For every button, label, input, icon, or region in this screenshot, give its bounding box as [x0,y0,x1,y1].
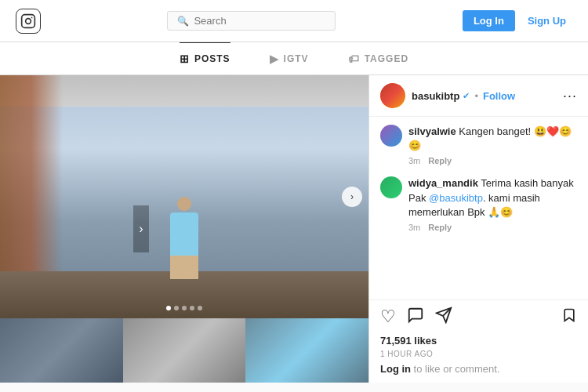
login-button[interactable]: Log In [463,10,515,31]
actions-row: ♡ [369,299,588,383]
username: basukibtp [412,90,459,102]
header: 🔍 Log In Sign Up [0,0,588,42]
action-icons-left: ♡ [380,307,452,328]
post-header: basukibtp ✔ • Follow ··· [369,75,588,117]
likes-count: 71,591 likes [380,335,577,347]
login-prompt-suffix: to like or comment. [411,363,499,375]
comment-content-1: silvyalwie Kangen banget! 😃❤️😊 😊 3m Repl… [408,125,577,165]
thumbnail-row [0,318,368,383]
post-main-image: › [0,75,368,318]
comment-time-1: 3m [408,156,420,165]
comment-reply-2[interactable]: Reply [428,223,452,232]
page-next-arrow[interactable]: › [133,205,149,252]
posts-icon: ⊞ [180,53,190,65]
tab-tagged[interactable]: 🏷 TAGGED [348,42,408,74]
tab-posts-label: POSTS [194,53,230,64]
instagram-logo [16,9,41,34]
login-prompt: Log in to like or comment. [380,363,577,378]
svg-rect-0 [22,14,35,27]
avatar [380,83,405,108]
bookmark-button[interactable] [561,307,577,328]
post-header-left: basukibtp ✔ • Follow [380,83,515,108]
igtv-icon: ▶ [270,53,279,65]
profile-tabs: ⊞ POSTS ▶ IGTV 🏷 TAGGED [0,42,588,75]
search-box[interactable]: 🔍 [167,11,336,31]
login-link[interactable]: Log in [380,363,411,375]
comments-list: silvyalwie Kangen banget! 😃❤️😊 😊 3m Repl… [369,117,588,299]
signup-button[interactable]: Sign Up [521,10,572,31]
commenter-avatar-2 [380,176,402,198]
comment-text-2: widya_mandik Terima kasih banyak Pak @ba… [408,176,577,220]
comment-item: silvyalwie Kangen banget! 😃❤️😊 😊 3m Repl… [380,125,577,165]
search-input[interactable] [194,15,325,27]
header-buttons: Log In Sign Up [463,10,572,31]
comment-meta-1: 3m Reply [408,156,577,165]
action-icons: ♡ [380,307,577,328]
svg-point-1 [26,18,31,24]
post-time: 1 HOUR AGO [380,350,577,358]
thumbnail-3[interactable] [245,318,368,383]
follow-button[interactable]: Follow [483,90,515,102]
dot-4 [190,306,194,310]
tab-tagged-label: TAGGED [365,53,408,64]
svg-point-2 [31,16,33,18]
comment-reply-1[interactable]: Reply [428,156,452,165]
comments-panel: basukibtp ✔ • Follow ··· silvyalwie Kang… [368,75,588,383]
dot-1 [166,306,171,310]
post-figure [169,197,200,275]
commenter-name-1: silvyalwie [408,125,456,137]
comment-text-1: silvyalwie Kangen banget! 😃❤️😊 😊 [408,125,577,153]
main-content: › › [0,75,588,383]
carousel-next-button[interactable]: › [342,187,362,207]
dot-5 [198,306,202,310]
share-button[interactable] [435,307,452,328]
username-area: basukibtp ✔ • Follow [412,90,515,102]
dot-3 [182,306,187,310]
commenter-name-2: widya_mandik [408,177,478,189]
tab-igtv-label: IGTV [284,53,309,64]
comment-time-2: 3m [408,223,420,232]
verified-badge: ✔ [463,91,470,101]
like-button[interactable]: ♡ [380,307,396,328]
dot-2 [174,306,179,310]
tab-igtv[interactable]: ▶ IGTV [270,42,309,74]
dot-separator: • [474,90,478,102]
post-area: › › [0,75,368,383]
search-icon: 🔍 [177,16,189,27]
more-options-button[interactable]: ··· [563,88,577,104]
tab-posts[interactable]: ⊞ POSTS [180,42,230,74]
comment-content-2: widya_mandik Terima kasih banyak Pak @ba… [408,176,577,232]
tagged-icon: 🏷 [348,53,360,65]
comment-meta-2: 3m Reply [408,223,577,232]
comment-item-2: widya_mandik Terima kasih banyak Pak @ba… [380,176,577,232]
commenter-avatar-1 [380,125,402,147]
carousel-dots [166,306,202,310]
comment-button[interactable] [407,307,424,328]
thumbnail-2[interactable] [123,318,246,383]
thumbnail-1[interactable] [0,318,123,383]
